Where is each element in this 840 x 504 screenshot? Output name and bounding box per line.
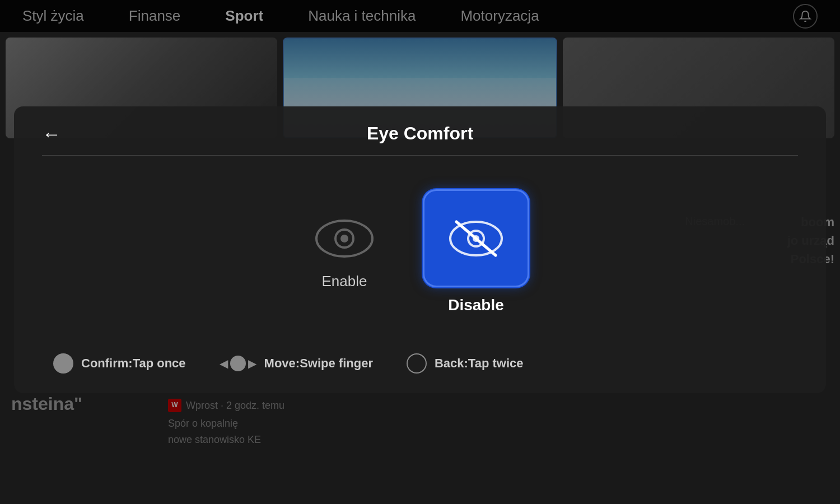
- move-text: Move:Swipe finger: [264, 356, 373, 371]
- instructions-row: Confirm:Tap once ◀ ▶ Move:Swipe finger B…: [42, 353, 798, 374]
- eye-disabled-icon: [445, 213, 507, 264]
- back-text: Back:Tap twice: [435, 356, 524, 371]
- svg-line-6: [456, 222, 496, 255]
- move-dot: [230, 356, 246, 371]
- svg-point-2: [340, 235, 348, 242]
- move-arrows: ◀ ▶: [220, 356, 256, 371]
- dialog-divider: [42, 155, 798, 156]
- move-instruction: ◀ ▶ Move:Swipe finger: [220, 356, 373, 371]
- disable-icon-container: [423, 189, 529, 287]
- arrow-left-icon: ◀: [220, 357, 228, 370]
- back-instruction: Back:Tap twice: [407, 353, 524, 374]
- arrow-right-icon: ▶: [248, 357, 256, 370]
- dialog-title: Eye Comfort: [42, 123, 798, 144]
- options-row: Enable Disable: [42, 178, 798, 325]
- back-dot: [407, 353, 427, 374]
- disable-label: Disable: [448, 296, 504, 314]
- confirm-dot: [53, 353, 73, 374]
- enable-label: Enable: [322, 273, 367, 290]
- confirm-instruction: Confirm:Tap once: [53, 353, 186, 374]
- confirm-text: Confirm:Tap once: [81, 356, 186, 371]
- enable-option[interactable]: Enable: [311, 213, 378, 290]
- eye-comfort-dialog: ← Eye Comfort Enable: [14, 106, 826, 393]
- enable-icon-container: [311, 213, 378, 264]
- back-button[interactable]: ←: [42, 123, 61, 145]
- eye-open-icon: [314, 216, 375, 261]
- disable-option[interactable]: Disable: [423, 189, 529, 314]
